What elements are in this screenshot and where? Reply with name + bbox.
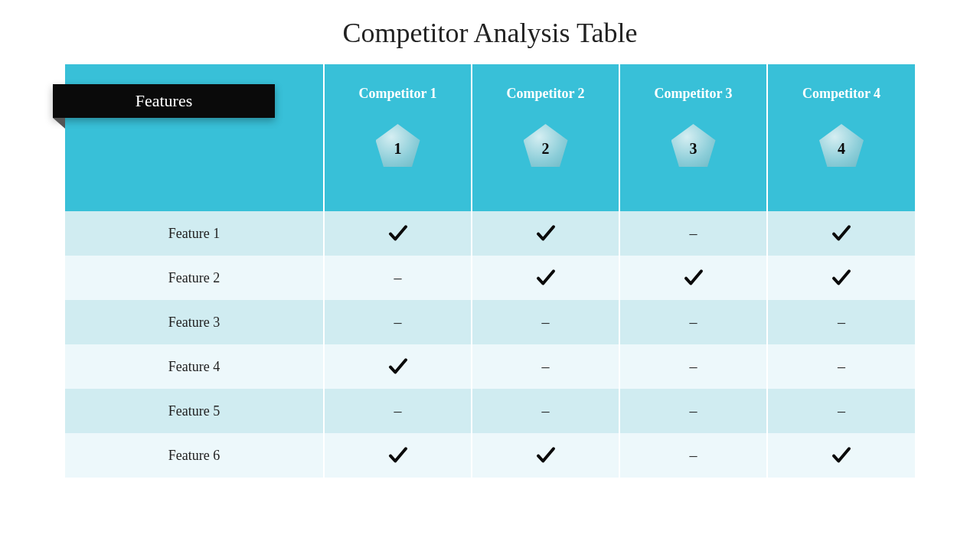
comparison-table: Features Competitor 1 1 Competitor 2 2 [65,64,915,478]
dash-icon: – [690,358,697,375]
competitor-header-1: Competitor 1 1 [324,64,472,211]
pentagon-number: 3 [690,140,697,158]
feature-value-cell [324,211,472,256]
check-icon [830,269,853,284]
dash-icon: – [394,269,402,286]
check-icon [830,446,853,461]
table-row: Feature 3–––– [65,300,915,344]
feature-value-cell: – [324,389,472,433]
dash-icon: – [394,314,402,331]
competitor-label: Competitor 2 [506,86,584,101]
check-icon [534,224,557,240]
page-title: Competitor Analysis Table [0,0,980,64]
feature-value-cell [619,256,767,300]
check-icon [387,224,410,240]
dash-icon: – [690,403,697,419]
feature-value-cell: – [767,300,915,344]
dash-icon: – [394,403,402,419]
feature-label-cell: Feature 5 [65,389,324,433]
table-header-row: Features Competitor 1 1 Competitor 2 2 [65,64,915,211]
dash-icon: – [542,358,550,375]
pentagon-icon: 2 [524,124,568,167]
feature-value-cell: – [324,256,472,300]
dash-icon: – [838,403,845,419]
dash-icon: – [542,314,550,331]
feature-value-cell [324,344,472,389]
competitor-label: Competitor 4 [802,86,880,101]
feature-label-cell: Feature 1 [65,211,324,256]
dash-icon: – [690,314,697,331]
feature-value-cell [324,433,472,478]
competitor-header-4: Competitor 4 4 [767,64,915,211]
feature-label-cell: Feature 2 [65,256,324,300]
pentagon-number: 4 [838,140,845,158]
check-icon [534,269,557,284]
feature-value-cell: – [619,300,767,344]
check-icon [682,269,705,284]
pentagon-icon: 4 [819,124,864,167]
table-row: Feature 6– [65,433,915,478]
feature-value-cell [767,433,915,478]
check-icon [387,357,410,373]
dash-icon: – [542,403,550,419]
feature-value-cell: – [324,300,472,344]
feature-label-cell: Feature 6 [65,433,324,478]
feature-value-cell: – [472,300,619,344]
features-header: Features [65,64,324,211]
competitor-label: Competitor 3 [654,86,732,101]
feature-value-cell: – [472,389,619,433]
feature-value-cell: – [767,389,915,433]
dash-icon: – [838,358,845,375]
check-icon [534,446,557,461]
pentagon-number: 1 [394,140,402,158]
check-icon [387,446,410,461]
dash-icon: – [838,314,845,331]
table-row: Feature 2– [65,256,915,300]
check-icon [830,224,853,240]
competitor-header-2: Competitor 2 2 [472,64,619,211]
feature-value-cell [767,256,915,300]
feature-value-cell: – [767,344,915,389]
table-row: Feature 5–––– [65,389,915,433]
feature-value-cell: – [472,344,619,389]
feature-value-cell [472,256,619,300]
dash-icon: – [690,225,697,242]
feature-value-cell: – [619,211,767,256]
feature-value-cell: – [619,389,767,433]
table-row: Feature 4––– [65,344,915,389]
pentagon-icon: 1 [376,124,420,167]
competitor-header-3: Competitor 3 3 [619,64,767,211]
dash-icon: – [690,447,697,464]
feature-value-cell: – [619,344,767,389]
pentagon-icon: 3 [671,124,716,167]
feature-label-cell: Feature 3 [65,300,324,344]
feature-value-cell [472,433,619,478]
pentagon-number: 2 [542,140,550,158]
table-row: Feature 1– [65,211,915,256]
feature-value-cell [767,211,915,256]
features-label-tag: Features [53,84,275,118]
competitor-label: Competitor 1 [358,86,436,101]
feature-label-cell: Feature 4 [65,344,324,389]
feature-value-cell: – [619,433,767,478]
feature-value-cell [472,211,619,256]
